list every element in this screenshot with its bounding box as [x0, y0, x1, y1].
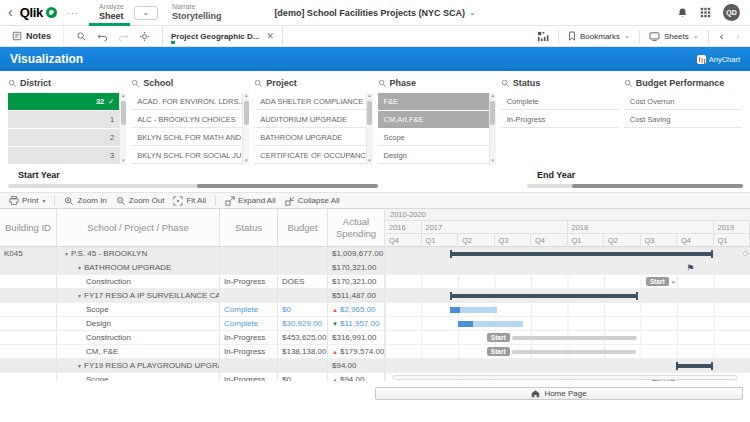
end-year-range[interactable]	[572, 184, 743, 188]
collapse-caret-icon[interactable]: ▾	[78, 362, 81, 369]
filter-option[interactable]: Scope	[378, 129, 496, 146]
scroll-up-icon[interactable]: ▲	[121, 93, 125, 100]
filter-header-district[interactable]: District	[8, 76, 126, 90]
cell-tree-name[interactable]: ▾FY17 RESO A IP SURVEILLANCE CAMERA INST…	[57, 289, 220, 303]
scroll-thumb[interactable]	[244, 101, 249, 125]
notifications-bell-icon[interactable]	[677, 7, 688, 19]
fit-all-button[interactable]: Fit All	[173, 196, 206, 206]
cell-tree-name[interactable]: Construction	[57, 275, 220, 289]
filter-option[interactable]: 2	[8, 129, 126, 146]
start-year-slider[interactable]: Start Year	[8, 169, 378, 190]
active-sheet-tab[interactable]: Project Geographic D... ✕	[162, 26, 283, 46]
filter-option[interactable]: CERTIFICATE OF OCCUPANC...	[254, 147, 372, 164]
zoom-in-button[interactable]: Zoom In	[64, 196, 106, 206]
cell-status[interactable]: Complete	[220, 303, 278, 317]
cell-tree-name[interactable]: ▾FY19 RESO A PLAYGROUND UPGRADE	[57, 359, 220, 373]
user-avatar[interactable]: QD	[723, 4, 740, 21]
filter-option[interactable]: ACAD. FOR ENVIRON. LDRS...	[131, 93, 249, 110]
app-title-dropdown[interactable]: [demo] School Facilities Projects (NYC S…	[274, 8, 475, 18]
gantt-bar-summary[interactable]	[450, 252, 713, 256]
scroll-up-icon[interactable]: ▲	[244, 93, 248, 100]
bookmarks-dropdown[interactable]: Bookmarks ⌄	[568, 31, 630, 41]
gantt-bar-summary[interactable]	[450, 294, 638, 298]
gantt-start-badge[interactable]: Start	[487, 347, 510, 356]
filter-option[interactable]: BKLYN SCHL FOR SOCIAL JU...	[131, 147, 249, 164]
start-year-track[interactable]	[8, 184, 378, 188]
filter-option[interactable]: F&E	[378, 93, 496, 110]
scroll-thumb[interactable]	[490, 101, 495, 125]
insight-advisor-icon[interactable]	[537, 31, 549, 42]
cell-tree-name[interactable]: ▾BATHROOM UPGRADE	[57, 261, 220, 275]
app-launcher-grid-icon[interactable]	[700, 7, 711, 18]
more-menu-icon[interactable]: ···	[67, 8, 79, 18]
collapse-all-button[interactable]: Collapse All	[285, 196, 340, 206]
smart-search-icon[interactable]	[76, 31, 87, 42]
filter-header-status[interactable]: Status	[501, 76, 619, 90]
notes-button[interactable]: Notes	[0, 26, 64, 46]
end-year-slider[interactable]: End Year	[527, 169, 743, 190]
sheet-dropdown-button[interactable]: ⌄	[134, 6, 158, 20]
selections-tool-icon[interactable]	[139, 31, 150, 42]
cell-tree-name[interactable]: Design	[57, 317, 220, 331]
filter-scrollbar[interactable]: ▲▼	[489, 93, 496, 165]
cell-budget[interactable]: $0	[278, 303, 328, 317]
tab-narrate-storytelling[interactable]: Narrate Storytelling	[162, 0, 228, 26]
filter-header-phase[interactable]: Phase	[378, 76, 496, 90]
filter-option[interactable]: 32✓	[8, 93, 126, 110]
expand-all-button[interactable]: Expand All	[225, 196, 276, 206]
collapse-caret-icon[interactable]: ▾	[78, 292, 81, 299]
close-icon[interactable]: ✕	[266, 31, 274, 41]
gantt-start-badge[interactable]: Start	[487, 333, 510, 342]
gantt-horizontal-scrollbar[interactable]	[392, 375, 738, 380]
selection-step-back-icon[interactable]	[97, 31, 108, 42]
scroll-thumb[interactable]	[121, 101, 126, 125]
back-chevron-icon[interactable]: ‹	[0, 4, 20, 22]
filter-option[interactable]: AUDITORIUM UPGRADE	[254, 111, 372, 128]
filter-scrollbar[interactable]: ▲▼	[242, 93, 249, 165]
sheets-dropdown[interactable]: Sheets ⌄	[649, 32, 699, 41]
zoom-out-button[interactable]: Zoom Out	[116, 196, 165, 206]
print-button[interactable]: Print▾	[9, 196, 45, 205]
gantt-bar-progress[interactable]	[458, 321, 523, 327]
filter-option[interactable]: Design	[378, 147, 496, 164]
filter-header-budget-performance[interactable]: Budget Performance	[624, 76, 742, 90]
scroll-down-icon[interactable]: ▼	[244, 158, 248, 165]
cell-status[interactable]: Complete	[220, 317, 278, 331]
gantt-milestone-circle[interactable]	[743, 251, 748, 256]
scroll-down-icon[interactable]: ▼	[121, 158, 125, 165]
filter-header-school[interactable]: School	[131, 76, 249, 90]
cell-budget[interactable]: $30,929.00	[278, 317, 328, 331]
previous-sheet-chevron[interactable]: ‹	[718, 30, 726, 42]
filter-option[interactable]: CM,Art,F&E	[378, 111, 496, 128]
filter-option[interactable]: ALC - BROOKLYN CHOICES	[131, 111, 249, 128]
cell-tree-name[interactable]: Construction	[57, 331, 220, 345]
gantt-bar-progress[interactable]	[450, 307, 497, 313]
scroll-thumb[interactable]	[367, 101, 372, 125]
collapse-caret-icon[interactable]: ▾	[65, 250, 68, 257]
filter-option[interactable]: 1	[8, 111, 126, 128]
cell-tree-name[interactable]: Scope	[57, 303, 220, 317]
scroll-down-icon[interactable]: ▼	[367, 158, 371, 165]
filter-option[interactable]: Cost Overrun	[624, 93, 742, 110]
gantt-bar-summary[interactable]	[676, 364, 713, 368]
cell-tree-name[interactable]: Scope	[57, 373, 220, 381]
filter-option[interactable]: ADA SHELTER COMPLIANCE	[254, 93, 372, 110]
gantt-milestone-flag-icon[interactable]: ⚑	[686, 262, 694, 274]
filter-option[interactable]: Complete	[501, 93, 619, 110]
filter-option[interactable]: BATHROOM UPGRADE	[254, 129, 372, 146]
tab-analyze-sheet[interactable]: Analyze Sheet	[89, 0, 130, 26]
end-year-track[interactable]	[527, 184, 743, 188]
gantt-bar-planned[interactable]	[512, 336, 637, 340]
filter-option[interactable]: 3	[8, 147, 126, 164]
scroll-up-icon[interactable]: ▲	[490, 93, 494, 100]
start-year-range[interactable]	[197, 184, 378, 188]
filter-scrollbar[interactable]: ▲▼	[366, 93, 373, 165]
scroll-up-icon[interactable]: ▲	[367, 93, 371, 100]
collapse-caret-icon[interactable]: ▾	[78, 264, 81, 271]
cell-tree-name[interactable]: CM, F&E	[57, 345, 220, 359]
filter-option[interactable]: BKLYN SCHL FOR MATH AND...	[131, 129, 249, 146]
gantt-start-badge[interactable]: Start	[646, 277, 669, 286]
cell-tree-name[interactable]: ▾P.S. 45 - BROOKLYN	[57, 247, 220, 261]
filter-option[interactable]: In-Progress	[501, 111, 619, 128]
filter-scrollbar[interactable]: ▲▼	[119, 93, 126, 165]
